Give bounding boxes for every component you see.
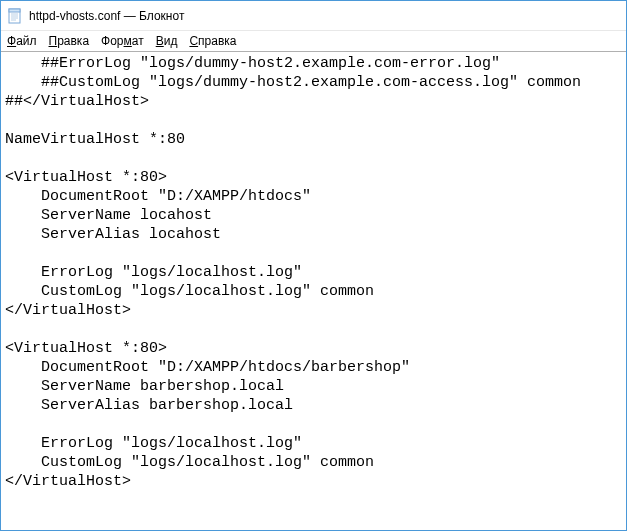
titlebar: httpd-vhosts.conf — Блокнот [1, 1, 626, 31]
text-editor[interactable]: ##ErrorLog "logs/dummy-host2.example.com… [1, 52, 626, 530]
notepad-icon [7, 8, 23, 24]
menu-file[interactable]: Файл [7, 34, 37, 48]
menu-help[interactable]: Справка [189, 34, 236, 48]
svg-rect-1 [9, 9, 20, 12]
menu-edit[interactable]: Правка [49, 34, 90, 48]
menubar: Файл Правка Формат Вид Справка [1, 31, 626, 52]
window-title: httpd-vhosts.conf — Блокнот [29, 9, 184, 23]
menu-view[interactable]: Вид [156, 34, 178, 48]
menu-format[interactable]: Формат [101, 34, 144, 48]
